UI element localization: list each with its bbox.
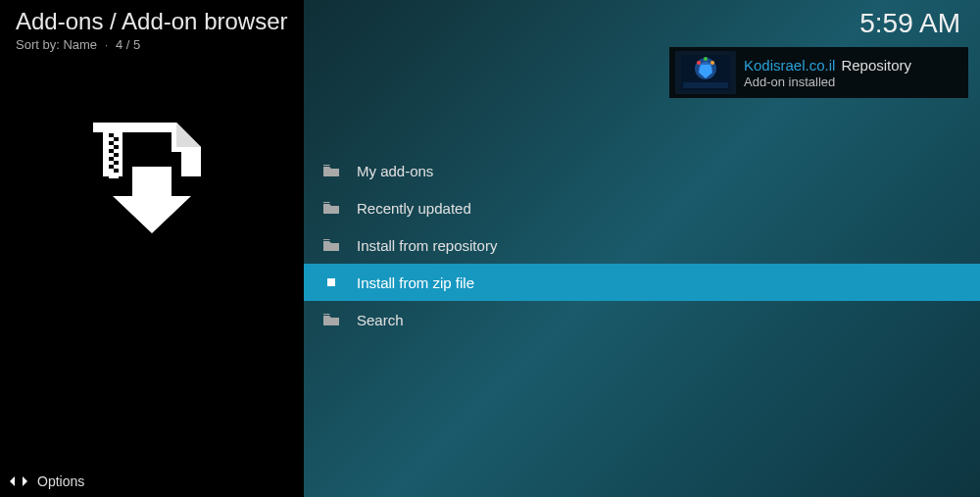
sort-value: Name xyxy=(63,37,97,52)
notification-addon-type: Repository xyxy=(841,57,911,74)
menu-item-install-from-repository[interactable]: Install from repository xyxy=(304,226,980,264)
folder-icon xyxy=(323,239,339,251)
notification-addon-name: Kodisrael.co.il xyxy=(744,57,835,74)
clock: 5:59 AM xyxy=(859,8,960,39)
notification-text: Kodisrael.co.il Repository Add-on instal… xyxy=(744,57,962,89)
zip-download-icon xyxy=(83,118,220,235)
menu-item-label: Install from zip file xyxy=(357,274,474,291)
svg-point-14 xyxy=(697,61,701,65)
sort-line: Sort by: Name · 4 / 5 xyxy=(16,37,288,52)
menu-item-label: Install from repository xyxy=(357,237,497,254)
svg-rect-1 xyxy=(109,133,114,137)
menu-item-label: Recently updated xyxy=(357,200,471,217)
menu-list: My add-ons Recently updated Install from… xyxy=(304,152,980,338)
selected-indicator-icon xyxy=(323,276,339,288)
sidebar: Add-ons / Add-on browser Sort by: Name ·… xyxy=(0,0,304,497)
svg-point-15 xyxy=(710,61,714,65)
options-arrows-icon xyxy=(10,474,27,488)
folder-icon xyxy=(323,165,339,176)
separator-dot: · xyxy=(105,37,109,52)
options-button[interactable]: Options xyxy=(10,473,84,489)
sort-label: Sort by: xyxy=(16,37,60,52)
menu-item-search[interactable]: Search xyxy=(304,301,980,338)
notification-message: Add-on installed xyxy=(744,75,962,89)
menu-item-my-addons[interactable]: My add-ons xyxy=(304,152,980,189)
svg-rect-10 xyxy=(114,169,119,173)
svg-rect-3 xyxy=(109,141,114,145)
svg-rect-8 xyxy=(114,161,119,165)
notification-toast: Kodisrael.co.il Repository Add-on instal… xyxy=(669,47,968,98)
menu-item-install-from-zip[interactable]: Install from zip file xyxy=(304,264,980,301)
folder-icon xyxy=(323,314,339,325)
menu-item-label: Search xyxy=(357,312,404,328)
svg-rect-5 xyxy=(109,149,114,153)
menu-item-label: My add-ons xyxy=(357,163,433,179)
item-position: 4 / 5 xyxy=(116,37,140,52)
main-content: 5:59 AM Kodisrael.co.il Repository Add-o… xyxy=(304,0,980,497)
svg-point-16 xyxy=(704,57,708,61)
folder-icon xyxy=(323,202,339,214)
svg-rect-6 xyxy=(114,153,119,157)
svg-rect-2 xyxy=(114,137,119,141)
notification-icon xyxy=(675,51,736,94)
breadcrumb: Add-ons / Add-on browser xyxy=(16,8,288,35)
svg-rect-4 xyxy=(114,145,119,149)
header: Add-ons / Add-on browser Sort by: Name ·… xyxy=(0,0,304,52)
svg-rect-7 xyxy=(109,157,114,161)
options-label: Options xyxy=(37,473,84,489)
svg-rect-9 xyxy=(109,165,114,169)
menu-item-recently-updated[interactable]: Recently updated xyxy=(304,189,980,226)
svg-rect-17 xyxy=(683,82,728,88)
